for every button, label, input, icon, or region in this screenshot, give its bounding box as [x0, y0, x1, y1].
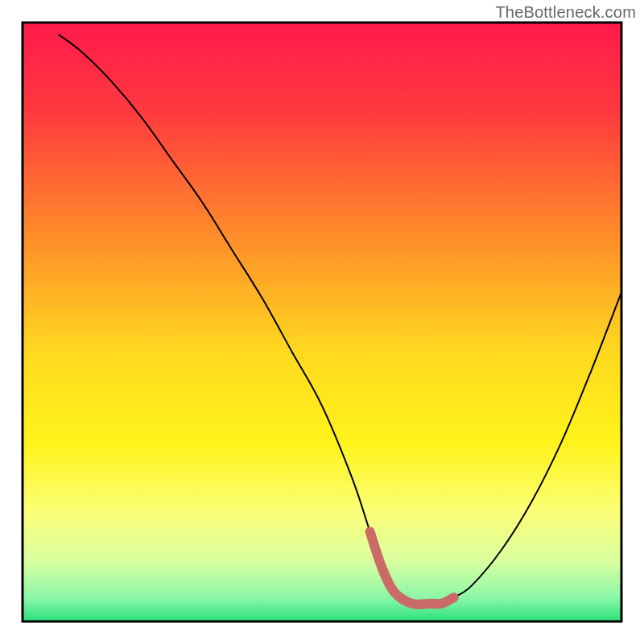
bottleneck-chart: TheBottleneck.com	[0, 0, 644, 644]
chart-svg	[0, 0, 644, 644]
plot-background	[23, 23, 621, 621]
attribution-label: TheBottleneck.com	[495, 3, 636, 22]
